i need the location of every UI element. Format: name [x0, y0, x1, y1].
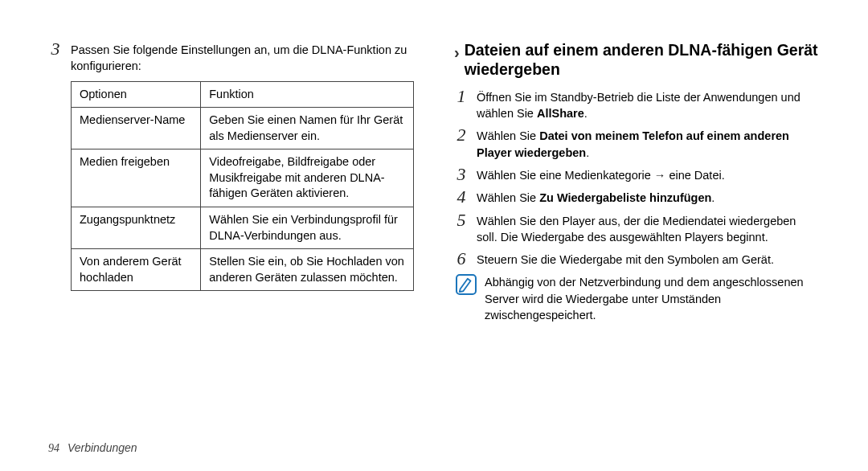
step-number: 5 — [454, 211, 469, 229]
cell-option: Medien freigeben — [72, 149, 201, 207]
step-text: Wählen Sie Zu Wiedergabeliste hinzufügen… — [477, 188, 714, 206]
step-number: 2 — [454, 126, 469, 144]
left-step-3: 3 Passen Sie folgende Einstellungen an, … — [48, 40, 414, 75]
text-part: . — [584, 107, 588, 120]
page-footer: 94 Verbindungen — [48, 441, 137, 455]
cell-function: Videofreigabe, Bildfreigabe oder Musikfr… — [201, 149, 414, 207]
text-part: . — [586, 146, 589, 159]
cell-function: Stellen Sie ein, ob Sie Hochladen von an… — [201, 249, 414, 291]
right-step-2: 2 Wählen Sie Datei von meinem Telefon au… — [454, 126, 820, 161]
step-text: Passen Sie folgende Einstellungen an, um… — [71, 40, 414, 75]
step-text: Wählen Sie Datei von meinem Telefon auf … — [477, 126, 820, 161]
text-part: Öffnen Sie im Standby-Betrieb die Liste … — [477, 91, 800, 120]
step-number: 3 — [48, 40, 63, 58]
note-text: Abhängig von der Netzverbindung und dem … — [485, 272, 820, 323]
cell-option: Von anderem Gerät hochladen — [72, 249, 201, 291]
table-row: Medienserver-Name Geben Sie einen Namen … — [72, 108, 414, 149]
text-part: Wählen Sie — [477, 129, 539, 142]
right-step-6: 6 Steuern Sie die Wiedergabe mit den Sym… — [454, 250, 820, 268]
page-number: 94 — [48, 442, 59, 454]
cell-option: Medienserver-Name — [72, 108, 201, 149]
bold-text: Zu Wiedergabeliste hinzufügen — [539, 191, 711, 204]
step-text: Steuern Sie die Wiedergabe mit den Symbo… — [477, 250, 774, 268]
th-function: Funktion — [201, 81, 414, 108]
right-step-5: 5 Wählen Sie den Player aus, der die Med… — [454, 211, 820, 246]
step-text: Wählen Sie eine Medienkategorie → eine D… — [477, 166, 725, 183]
chevron-right-icon: › — [454, 43, 460, 62]
section-name: Verbindungen — [68, 441, 137, 454]
note: Abhängig von der Netzverbindung und dem … — [456, 272, 820, 323]
right-step-3: 3 Wählen Sie eine Medienkategorie → eine… — [454, 166, 820, 183]
left-column: 3 Passen Sie folgende Einstellungen an, … — [48, 40, 414, 323]
bold-text: AllShare — [537, 107, 584, 120]
table-header-row: Optionen Funktion — [72, 81, 414, 108]
table-row: Von anderem Gerät hochladen Stellen Sie … — [72, 249, 414, 291]
text-part: Wählen Sie — [477, 191, 539, 204]
step-text: Öffnen Sie im Standby-Betrieb die Liste … — [477, 88, 820, 122]
step-number: 4 — [454, 188, 469, 206]
right-step-4: 4 Wählen Sie Zu Wiedergabeliste hinzufüg… — [454, 188, 820, 206]
options-table: Optionen Funktion Medienserver-Name Gebe… — [71, 81, 414, 292]
right-column: › Dateien auf einem anderen DLNA-fähigen… — [454, 40, 820, 323]
cell-function: Geben Sie einen Namen für Ihr Gerät als … — [201, 108, 414, 149]
note-icon — [456, 274, 477, 295]
heading-text: Dateien auf einem anderen DLNA-fähigen G… — [465, 40, 820, 80]
th-options: Optionen — [72, 81, 201, 108]
step-number: 1 — [454, 88, 469, 105]
step-number: 6 — [454, 250, 469, 268]
step-number: 3 — [454, 166, 469, 183]
cell-function: Wählen Sie ein Verbindungsprofil für DLN… — [201, 207, 414, 248]
section-heading: › Dateien auf einem anderen DLNA-fähigen… — [454, 40, 820, 80]
right-step-1: 1 Öffnen Sie im Standby-Betrieb die List… — [454, 88, 820, 122]
text-part: . — [711, 191, 714, 204]
step-text: Wählen Sie den Player aus, der die Medie… — [477, 211, 820, 246]
table-row: Zugangspunktnetz Wählen Sie ein Verbindu… — [72, 207, 414, 248]
cell-option: Zugangspunktnetz — [72, 207, 201, 248]
table-row: Medien freigeben Videofreigabe, Bildfrei… — [72, 149, 414, 207]
